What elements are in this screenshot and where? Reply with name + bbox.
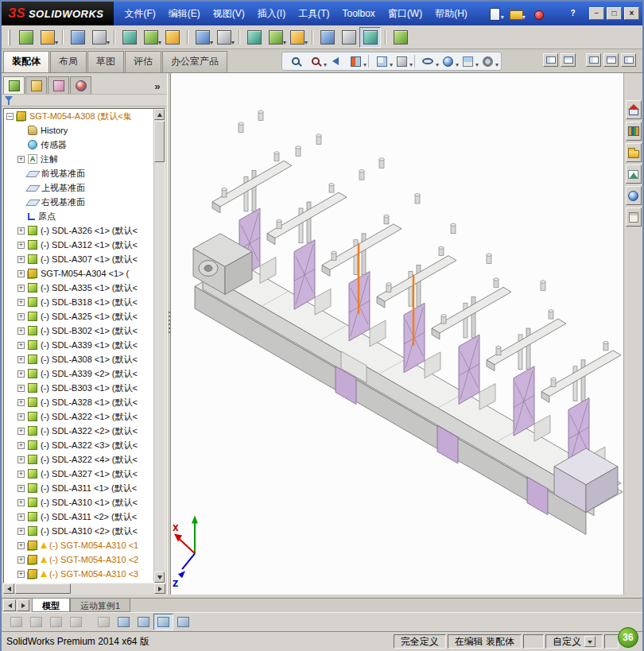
status-help[interactable]: [604, 634, 619, 649]
expand-icon[interactable]: [17, 485, 25, 492]
appearance-display-button[interactable]: [134, 614, 153, 630]
file-explorer-tab[interactable]: [626, 143, 642, 162]
bill-of-materials-button[interactable]: [265, 27, 286, 48]
edit-component-button[interactable]: [15, 27, 37, 48]
tree-filter-bar[interactable]: [2, 94, 167, 107]
tree-item-component[interactable]: (-) SDL-A310 <1> (默认<: [4, 495, 153, 510]
expand-icon[interactable]: [17, 456, 25, 463]
help-button[interactable]: [565, 7, 580, 20]
previous-view-button[interactable]: [326, 53, 345, 69]
move-component-button[interactable]: [140, 27, 161, 48]
collapse-icon[interactable]: [6, 113, 14, 120]
expand-icon[interactable]: [17, 256, 25, 263]
tab-assembly[interactable]: 装配体: [3, 51, 49, 72]
expand-icon[interactable]: [17, 499, 25, 506]
panel-flyout-expand-button[interactable]: [149, 78, 165, 94]
expand-icon[interactable]: [17, 242, 25, 249]
scroll-tabs-left-button[interactable]: [3, 599, 16, 611]
mate-button[interactable]: [67, 27, 88, 48]
menu-tools[interactable]: 工具(T): [292, 2, 336, 25]
exploded-view-button[interactable]: [286, 27, 308, 48]
display-states-button[interactable]: [114, 614, 134, 630]
macro-record-indicator[interactable]: [528, 5, 547, 22]
scroll-tabs-right-button[interactable]: [17, 599, 29, 611]
appearances-scenes-tab[interactable]: [626, 186, 642, 205]
explode-line-sketch-button[interactable]: [316, 27, 338, 48]
tree-item-component[interactable]: (-) SDL-A322 <4> (默认<: [4, 452, 153, 467]
scrollbar-thumb[interactable]: [154, 121, 165, 162]
expand-icon[interactable]: [17, 327, 25, 335]
smart-fasteners-button[interactable]: [118, 27, 140, 48]
quick-snaps-button[interactable]: [94, 614, 114, 630]
motion-study-tab[interactable]: 运动算例1: [70, 599, 130, 612]
menu-help[interactable]: 帮助(H): [429, 2, 474, 25]
tree-item-component[interactable]: SGT-M054-A304 <1> (: [4, 266, 153, 281]
tree-item-component[interactable]: (-) SDL-A339 <2> (默认<: [4, 366, 153, 381]
viewport-layout-button[interactable]: [543, 53, 558, 67]
expand-icon[interactable]: [17, 385, 25, 392]
menu-insert[interactable]: 插入(I): [251, 2, 292, 25]
tree-horizontal-scrollbar[interactable]: [3, 583, 165, 595]
tree-item-component[interactable]: (-) SDL-A327 <1> (默认<: [4, 467, 153, 481]
external-references-button[interactable]: [390, 27, 411, 48]
menu-toolbox[interactable]: Toolbox: [336, 2, 382, 25]
custom-status-dropdown[interactable]: 自定义: [545, 634, 603, 649]
minimize-button[interactable]: [589, 7, 604, 20]
tree-item-origin[interactable]: 原点: [4, 209, 153, 223]
tab-sketch[interactable]: 草图: [87, 51, 124, 72]
apply-scene-button[interactable]: [458, 53, 477, 69]
expand-icon[interactable]: [17, 342, 25, 349]
zoom-to-fit-button[interactable]: [286, 53, 305, 69]
expand-icon[interactable]: [17, 399, 25, 406]
propertymanager-tab[interactable]: [25, 76, 47, 94]
view-orientation-button[interactable]: [372, 53, 391, 69]
scroll-left-arrow[interactable]: [3, 583, 14, 594]
insert-components-button[interactable]: [37, 27, 58, 48]
displaymanager-tab[interactable]: [70, 76, 91, 94]
tree-item-component[interactable]: (-) SDL-A311 <1> (默认<: [4, 481, 153, 495]
tree-item-component[interactable]: (-) SDL-A328 <1> (默认<: [4, 395, 153, 409]
expand-icon[interactable]: [17, 571, 25, 578]
fullscreen-button[interactable]: [621, 53, 636, 67]
tree-root-item[interactable]: SGT-M054-A308 (默认<集: [4, 109, 153, 123]
new-document-button[interactable]: [485, 5, 504, 22]
zoom-to-area-button[interactable]: [306, 53, 325, 69]
expand-icon[interactable]: [17, 299, 25, 306]
filter-faces-button[interactable]: [66, 614, 86, 630]
expand-icon[interactable]: [17, 370, 25, 378]
menu-view[interactable]: 视图(V): [207, 2, 251, 25]
display-pane-left-button[interactable]: [586, 53, 601, 67]
graphics-area[interactable]: X Z: [171, 73, 623, 595]
tree-item-component[interactable]: (-) SGT-M054-A310 <3: [4, 567, 153, 581]
expand-icon[interactable]: [17, 356, 25, 363]
expand-icon[interactable]: [17, 313, 25, 320]
edit-appearance-button[interactable]: [438, 53, 457, 69]
toolbar-grip[interactable]: [8, 29, 10, 45]
view-settings-button[interactable]: [478, 53, 497, 69]
section-display-button[interactable]: [173, 614, 193, 630]
tree-item-component[interactable]: (-) SDL-A339 <1> (默认<: [4, 338, 153, 352]
tree-item-component[interactable]: (-) SDL-B302 <1> (默认<: [4, 324, 153, 338]
tree-item-component[interactable]: (-) SDL-A311 <2> (默认<: [4, 510, 153, 524]
tree-item-component[interactable]: (-) SDL-A322 <2> (默认<: [4, 424, 153, 438]
tree-item-sensors[interactable]: 传感器: [4, 138, 153, 152]
expand-icon[interactable]: [17, 227, 25, 234]
tree-item-component[interactable]: (-) SDL-B303 <1> (默认<: [4, 381, 153, 395]
instant3d-button[interactable]: [359, 27, 381, 48]
tree-item-component[interactable]: (-) SGT-M054-A310 <2: [4, 552, 153, 567]
expand-icon[interactable]: [17, 428, 25, 435]
tab-evaluate[interactable]: 评估: [125, 51, 161, 72]
scroll-up-arrow[interactable]: [154, 109, 165, 120]
expand-icon[interactable]: [17, 471, 25, 478]
tree-item-component[interactable]: (-) SDL-A308 <1> (默认<: [4, 352, 153, 366]
tree-item-component[interactable]: (-) SDL-A335 <1> (默认<: [4, 281, 153, 295]
tab-office-products[interactable]: 办公室产品: [162, 51, 227, 72]
solidworks-resources-tab[interactable]: [626, 100, 642, 119]
assembly-features-button[interactable]: [192, 27, 213, 48]
expand-icon[interactable]: [17, 413, 25, 420]
tree-item-top-plane[interactable]: 上视基准面: [4, 180, 153, 195]
expand-icon[interactable]: [17, 442, 25, 449]
show-hidden-components-button[interactable]: [161, 27, 183, 48]
hide-show-display-button[interactable]: [153, 614, 173, 630]
expand-icon[interactable]: [17, 528, 25, 535]
